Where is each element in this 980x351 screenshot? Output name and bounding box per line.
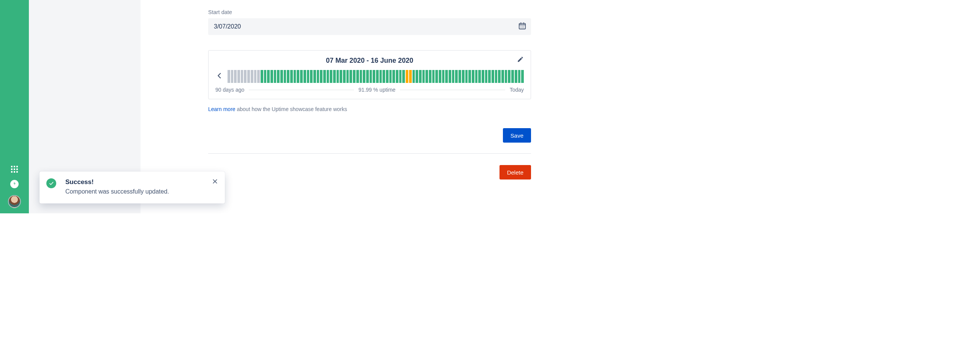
delete-button[interactable]: Delete <box>500 165 531 179</box>
uptime-day-bar[interactable] <box>472 70 475 83</box>
uptime-day-bar[interactable] <box>369 70 373 83</box>
uptime-day-bar[interactable] <box>353 70 356 83</box>
uptime-day-bar[interactable] <box>498 70 501 83</box>
uptime-day-bar[interactable] <box>304 70 307 83</box>
uptime-day-bar[interactable] <box>337 70 340 83</box>
uptime-day-bar[interactable] <box>415 70 419 83</box>
uptime-day-bar[interactable] <box>313 70 317 83</box>
uptime-day-bar[interactable] <box>508 70 511 83</box>
uptime-day-bar[interactable] <box>277 70 280 83</box>
uptime-day-bar[interactable] <box>290 70 294 83</box>
uptime-day-bar[interactable] <box>274 70 277 83</box>
apps-icon[interactable] <box>11 166 18 173</box>
uptime-day-bar[interactable] <box>452 70 455 83</box>
uptime-day-bar[interactable] <box>475 70 479 83</box>
uptime-day-bar[interactable] <box>389 70 393 83</box>
uptime-day-bar[interactable] <box>294 70 297 83</box>
uptime-day-bar[interactable] <box>343 70 347 83</box>
start-date-input[interactable] <box>208 18 531 35</box>
uptime-day-bar[interactable] <box>379 70 383 83</box>
uptime-day-bar[interactable] <box>310 70 313 83</box>
uptime-day-bar[interactable] <box>468 70 472 83</box>
uptime-day-bar[interactable] <box>501 70 505 83</box>
help-icon[interactable] <box>10 180 19 188</box>
uptime-day-bar[interactable] <box>257 70 261 83</box>
uptime-day-bar[interactable] <box>495 70 498 83</box>
uptime-day-bar[interactable] <box>445 70 449 83</box>
uptime-day-bar[interactable] <box>307 70 310 83</box>
uptime-day-bar[interactable] <box>280 70 284 83</box>
uptime-day-bar[interactable] <box>300 70 304 83</box>
save-button[interactable]: Save <box>503 128 531 143</box>
uptime-day-bar[interactable] <box>231 70 234 83</box>
calendar-icon[interactable] <box>518 22 527 32</box>
uptime-day-bar[interactable] <box>267 70 270 83</box>
uptime-day-bar[interactable] <box>478 70 482 83</box>
uptime-day-bar[interactable] <box>360 70 363 83</box>
uptime-day-bar[interactable] <box>323 70 327 83</box>
uptime-day-bar[interactable] <box>237 70 241 83</box>
uptime-day-bar[interactable] <box>261 70 264 83</box>
uptime-day-bar[interactable] <box>317 70 320 83</box>
uptime-day-bar[interactable] <box>340 70 343 83</box>
uptime-day-bar[interactable] <box>376 70 379 83</box>
uptime-day-bar[interactable] <box>363 70 366 83</box>
uptime-day-bar[interactable] <box>409 70 412 83</box>
uptime-day-bar[interactable] <box>442 70 445 83</box>
learn-more-link[interactable]: Learn more <box>208 106 235 112</box>
uptime-day-bar[interactable] <box>270 70 274 83</box>
uptime-day-bar[interactable] <box>465 70 469 83</box>
uptime-day-bar[interactable] <box>488 70 492 83</box>
uptime-day-bar[interactable] <box>505 70 508 83</box>
uptime-day-bar[interactable] <box>425 70 429 83</box>
uptime-day-bar[interactable] <box>241 70 244 83</box>
uptime-day-bar[interactable] <box>330 70 333 83</box>
uptime-day-bar[interactable] <box>372 70 376 83</box>
uptime-day-bar[interactable] <box>287 70 290 83</box>
pencil-icon[interactable] <box>517 56 524 64</box>
close-icon[interactable] <box>210 177 220 187</box>
uptime-day-bar[interactable] <box>284 70 287 83</box>
uptime-day-bar[interactable] <box>462 70 465 83</box>
uptime-day-bar[interactable] <box>382 70 386 83</box>
uptime-day-bar[interactable] <box>386 70 389 83</box>
uptime-day-bar[interactable] <box>254 70 258 83</box>
uptime-day-bar[interactable] <box>521 70 524 83</box>
uptime-day-bar[interactable] <box>333 70 337 83</box>
uptime-day-bar[interactable] <box>228 70 231 83</box>
uptime-day-bar[interactable] <box>511 70 515 83</box>
uptime-day-bar[interactable] <box>251 70 254 83</box>
uptime-day-bar[interactable] <box>366 70 369 83</box>
uptime-day-bar[interactable] <box>392 70 396 83</box>
uptime-day-bar[interactable] <box>439 70 442 83</box>
uptime-day-bar[interactable] <box>429 70 432 83</box>
uptime-day-bar[interactable] <box>422 70 426 83</box>
uptime-day-bar[interactable] <box>402 70 406 83</box>
chevron-left-icon[interactable] <box>215 72 224 81</box>
uptime-day-bar[interactable] <box>485 70 488 83</box>
uptime-day-bar[interactable] <box>419 70 422 83</box>
uptime-day-bar[interactable] <box>455 70 458 83</box>
uptime-day-bar[interactable] <box>327 70 330 83</box>
uptime-day-bar[interactable] <box>492 70 495 83</box>
uptime-day-bar[interactable] <box>244 70 247 83</box>
uptime-day-bar[interactable] <box>406 70 409 83</box>
uptime-day-bar[interactable] <box>396 70 399 83</box>
uptime-day-bar[interactable] <box>515 70 518 83</box>
uptime-day-bar[interactable] <box>412 70 416 83</box>
uptime-day-bar[interactable] <box>247 70 251 83</box>
uptime-day-bar[interactable] <box>234 70 237 83</box>
uptime-day-bar[interactable] <box>449 70 452 83</box>
uptime-day-bar[interactable] <box>264 70 267 83</box>
uptime-day-bar[interactable] <box>347 70 350 83</box>
uptime-day-bar[interactable] <box>350 70 353 83</box>
uptime-day-bar[interactable] <box>518 70 522 83</box>
uptime-day-bar[interactable] <box>320 70 323 83</box>
uptime-day-bar[interactable] <box>399 70 402 83</box>
uptime-day-bar[interactable] <box>356 70 360 83</box>
avatar[interactable] <box>8 195 21 208</box>
uptime-day-bar[interactable] <box>482 70 485 83</box>
uptime-day-bar[interactable] <box>435 70 439 83</box>
uptime-day-bar[interactable] <box>458 70 462 83</box>
uptime-day-bar[interactable] <box>297 70 300 83</box>
